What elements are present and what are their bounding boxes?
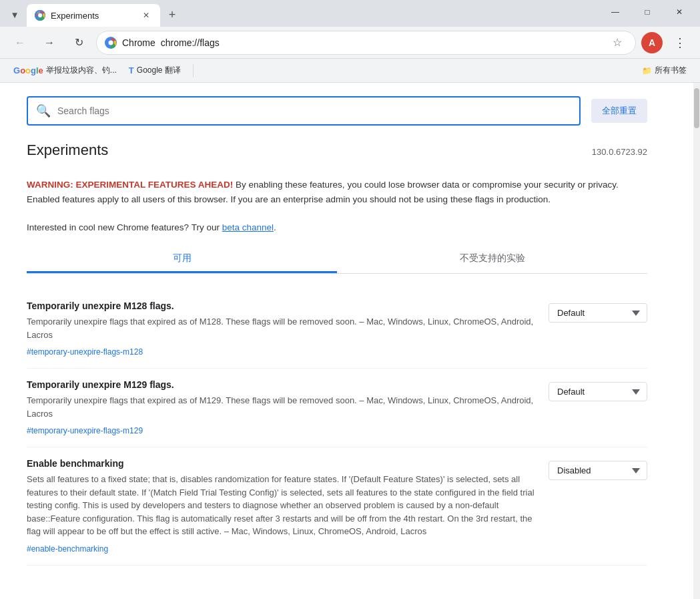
close-button[interactable]: ✕: [664, 1, 695, 23]
flag-m128-link[interactable]: #temporary-unexpire-flags-m128: [27, 347, 143, 357]
warning-block: WARNING: EXPERIMENTAL FEATURES AHEAD! By…: [27, 172, 647, 212]
flag-item-m128: Temporarily unexpire M128 flags. Tempora…: [27, 290, 647, 369]
tab-favicon: [35, 10, 45, 21]
back-button[interactable]: ←: [8, 31, 32, 55]
flag-item-benchmarking: Enable benchmarking Sets all features to…: [27, 447, 647, 566]
interest-text: Interested in cool new Chrome features? …: [27, 222, 647, 232]
flag-m128-description: Temporarily unexpire flags that expired …: [27, 315, 538, 341]
bookmark-item-translate[interactable]: T Google 翻译: [123, 62, 186, 79]
bookmark-star-button[interactable]: ☆: [607, 33, 627, 53]
tab-title: Experiments: [51, 11, 135, 21]
chrome-menu-button[interactable]: ⋮: [668, 31, 692, 55]
minimize-button[interactable]: —: [600, 1, 631, 23]
search-box: 🔍: [27, 96, 581, 126]
chrome-favicon-icon: [105, 37, 117, 49]
translate-icon: T: [129, 65, 134, 75]
tab-unsupported[interactable]: 不受支持的实验: [337, 246, 647, 273]
new-tab-button[interactable]: +: [163, 5, 182, 24]
flag-m129-select[interactable]: Default Enabled Disabled: [549, 382, 647, 401]
page-title: Experiments: [27, 142, 108, 159]
flag-m129-control: Default Enabled Disabled: [549, 382, 647, 401]
google-icon: Google: [13, 65, 43, 75]
bookmarks-divider: [193, 64, 194, 77]
vertical-scrollbar[interactable]: [693, 83, 700, 599]
title-version-row: Experiments 130.0.6723.92: [27, 142, 647, 164]
flag-benchmarking-content: Enable benchmarking Sets all features to…: [27, 458, 538, 554]
flag-m129-content: Temporarily unexpire M129 flags. Tempora…: [27, 379, 538, 436]
flag-benchmarking-link[interactable]: #enable-benchmarking: [27, 544, 108, 554]
refresh-button[interactable]: ↻: [67, 31, 91, 55]
tab-list-prev-button[interactable]: ▼: [5, 5, 24, 24]
flag-benchmarking-description: Sets all features to a fixed state; that…: [27, 473, 538, 538]
tab-close-button[interactable]: ✕: [140, 9, 152, 21]
forward-button[interactable]: →: [37, 31, 61, 55]
flags-list: Temporarily unexpire M128 flags. Tempora…: [27, 290, 647, 566]
window-controls: — □ ✕: [600, 1, 695, 23]
flag-m128-content: Temporarily unexpire M128 flags. Tempora…: [27, 301, 538, 357]
title-bar: ▼ Experiments ✕ + — □ ✕: [0, 0, 700, 27]
search-icon: 🔍: [36, 104, 51, 118]
all-bookmarks-label: 所有书签: [655, 65, 687, 76]
maximize-button[interactable]: □: [632, 1, 663, 23]
profile-button[interactable]: A: [641, 32, 663, 53]
version-text: 130.0.6723.92: [592, 147, 647, 157]
bookmark-label-spam: 举报垃圾内容、钓...: [46, 65, 117, 76]
tabs-row: 可用 不受支持的实验: [27, 246, 647, 274]
flag-benchmarking-title: Enable benchmarking: [27, 458, 538, 469]
bookmarks-bar: Google 举报垃圾内容、钓... T Google 翻译 📁 所有书签: [0, 59, 700, 83]
interest-intro: Interested in cool new Chrome features? …: [27, 222, 222, 232]
flag-m129-description: Temporarily unexpire flags that expired …: [27, 394, 538, 420]
page-content: 🔍 全部重置 Experiments 130.0.6723.92 WARNING…: [0, 83, 700, 599]
flag-m129-title: Temporarily unexpire M129 flags.: [27, 379, 538, 390]
address-bar[interactable]: Chrome ☆: [96, 31, 636, 55]
search-flags-input[interactable]: [57, 106, 571, 116]
address-chrome-label: Chrome: [122, 37, 155, 48]
flag-m128-select[interactable]: Default Enabled Disabled: [549, 303, 647, 323]
navigation-bar: ← → ↻ Chrome ☆ A ⋮: [0, 27, 700, 59]
scrollbar-thumb[interactable]: [694, 88, 699, 128]
beta-channel-link[interactable]: beta channel: [222, 222, 274, 232]
flag-item-m129: Temporarily unexpire M129 flags. Tempora…: [27, 369, 647, 447]
flag-benchmarking-select[interactable]: Default Enabled Disabled: [549, 461, 647, 480]
address-input[interactable]: [161, 37, 602, 48]
bookmarks-right: 📁 所有书签: [637, 62, 692, 79]
bookmark-item-spam[interactable]: Google 举报垃圾内容、钓...: [8, 62, 122, 79]
flag-benchmarking-control: Default Enabled Disabled: [549, 461, 647, 480]
active-tab[interactable]: Experiments ✕: [27, 4, 160, 27]
all-bookmarks-button[interactable]: 📁 所有书签: [637, 62, 692, 79]
flag-m128-title: Temporarily unexpire M128 flags.: [27, 301, 538, 311]
flag-m129-link[interactable]: #temporary-unexpire-flags-m129: [27, 426, 143, 435]
reset-all-button[interactable]: 全部重置: [591, 99, 647, 123]
folder-icon: 📁: [642, 66, 652, 75]
bookmark-label-translate: Google 翻译: [137, 65, 181, 76]
tab-available[interactable]: 可用: [27, 246, 337, 273]
warning-prefix: WARNING: EXPERIMENTAL FEATURES AHEAD!: [27, 180, 233, 190]
flag-m128-control: Default Enabled Disabled: [549, 303, 647, 323]
svg-point-3: [109, 40, 113, 45]
flags-container: 🔍 全部重置 Experiments 130.0.6723.92 WARNING…: [0, 83, 674, 579]
tab-bar: ▼ Experiments ✕ +: [5, 0, 182, 27]
search-bar-row: 🔍 全部重置: [27, 96, 647, 126]
